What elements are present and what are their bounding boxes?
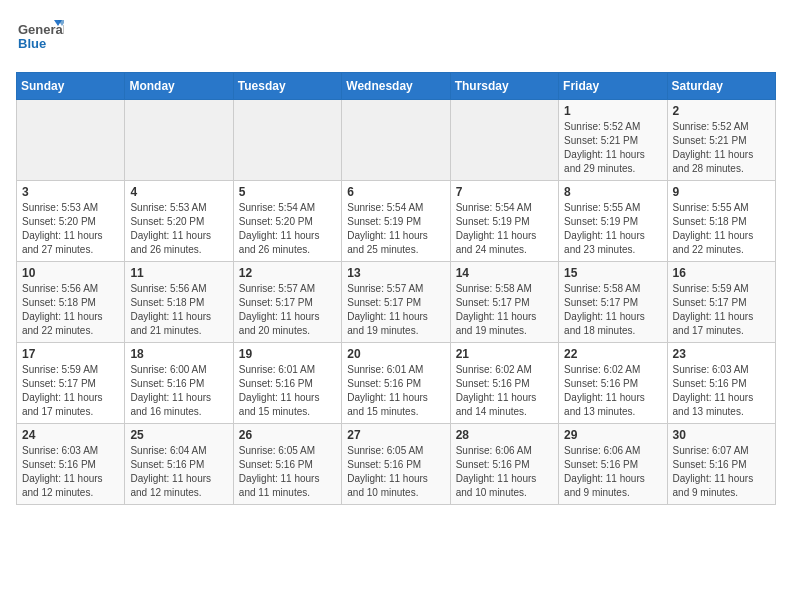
logo: General Blue	[16, 16, 64, 60]
day-number: 11	[130, 266, 227, 280]
day-info: Sunrise: 5:54 AM Sunset: 5:19 PM Dayligh…	[347, 201, 444, 257]
day-number: 30	[673, 428, 770, 442]
calendar-header: SundayMondayTuesdayWednesdayThursdayFrid…	[17, 73, 776, 100]
day-cell: 24Sunrise: 6:03 AM Sunset: 5:16 PM Dayli…	[17, 424, 125, 505]
day-info: Sunrise: 5:58 AM Sunset: 5:17 PM Dayligh…	[456, 282, 553, 338]
svg-text:Blue: Blue	[18, 36, 46, 51]
header-cell-monday: Monday	[125, 73, 233, 100]
day-number: 7	[456, 185, 553, 199]
day-cell: 11Sunrise: 5:56 AM Sunset: 5:18 PM Dayli…	[125, 262, 233, 343]
day-cell: 26Sunrise: 6:05 AM Sunset: 5:16 PM Dayli…	[233, 424, 341, 505]
day-info: Sunrise: 6:01 AM Sunset: 5:16 PM Dayligh…	[239, 363, 336, 419]
day-number: 4	[130, 185, 227, 199]
page-header: General Blue	[16, 16, 776, 60]
day-number: 17	[22, 347, 119, 361]
day-info: Sunrise: 6:02 AM Sunset: 5:16 PM Dayligh…	[564, 363, 661, 419]
day-cell: 2Sunrise: 5:52 AM Sunset: 5:21 PM Daylig…	[667, 100, 775, 181]
header-cell-sunday: Sunday	[17, 73, 125, 100]
day-cell: 22Sunrise: 6:02 AM Sunset: 5:16 PM Dayli…	[559, 343, 667, 424]
week-row-2: 3Sunrise: 5:53 AM Sunset: 5:20 PM Daylig…	[17, 181, 776, 262]
day-number: 9	[673, 185, 770, 199]
day-info: Sunrise: 5:53 AM Sunset: 5:20 PM Dayligh…	[22, 201, 119, 257]
day-cell: 7Sunrise: 5:54 AM Sunset: 5:19 PM Daylig…	[450, 181, 558, 262]
day-info: Sunrise: 5:59 AM Sunset: 5:17 PM Dayligh…	[673, 282, 770, 338]
day-info: Sunrise: 5:52 AM Sunset: 5:21 PM Dayligh…	[673, 120, 770, 176]
day-number: 15	[564, 266, 661, 280]
day-number: 5	[239, 185, 336, 199]
day-number: 10	[22, 266, 119, 280]
day-cell: 17Sunrise: 5:59 AM Sunset: 5:17 PM Dayli…	[17, 343, 125, 424]
week-row-5: 24Sunrise: 6:03 AM Sunset: 5:16 PM Dayli…	[17, 424, 776, 505]
day-number: 20	[347, 347, 444, 361]
day-number: 27	[347, 428, 444, 442]
week-row-3: 10Sunrise: 5:56 AM Sunset: 5:18 PM Dayli…	[17, 262, 776, 343]
day-number: 13	[347, 266, 444, 280]
day-info: Sunrise: 6:03 AM Sunset: 5:16 PM Dayligh…	[673, 363, 770, 419]
day-info: Sunrise: 5:57 AM Sunset: 5:17 PM Dayligh…	[347, 282, 444, 338]
day-number: 2	[673, 104, 770, 118]
day-info: Sunrise: 5:55 AM Sunset: 5:19 PM Dayligh…	[564, 201, 661, 257]
day-number: 22	[564, 347, 661, 361]
header-cell-friday: Friday	[559, 73, 667, 100]
day-info: Sunrise: 6:07 AM Sunset: 5:16 PM Dayligh…	[673, 444, 770, 500]
day-info: Sunrise: 5:55 AM Sunset: 5:18 PM Dayligh…	[673, 201, 770, 257]
calendar-table: SundayMondayTuesdayWednesdayThursdayFrid…	[16, 72, 776, 505]
day-number: 1	[564, 104, 661, 118]
day-cell: 30Sunrise: 6:07 AM Sunset: 5:16 PM Dayli…	[667, 424, 775, 505]
day-cell	[233, 100, 341, 181]
day-number: 23	[673, 347, 770, 361]
day-number: 14	[456, 266, 553, 280]
day-info: Sunrise: 6:04 AM Sunset: 5:16 PM Dayligh…	[130, 444, 227, 500]
day-cell	[125, 100, 233, 181]
day-number: 12	[239, 266, 336, 280]
header-cell-thursday: Thursday	[450, 73, 558, 100]
day-cell: 15Sunrise: 5:58 AM Sunset: 5:17 PM Dayli…	[559, 262, 667, 343]
day-cell: 14Sunrise: 5:58 AM Sunset: 5:17 PM Dayli…	[450, 262, 558, 343]
day-number: 29	[564, 428, 661, 442]
day-cell: 4Sunrise: 5:53 AM Sunset: 5:20 PM Daylig…	[125, 181, 233, 262]
day-cell: 16Sunrise: 5:59 AM Sunset: 5:17 PM Dayli…	[667, 262, 775, 343]
day-info: Sunrise: 6:02 AM Sunset: 5:16 PM Dayligh…	[456, 363, 553, 419]
day-number: 25	[130, 428, 227, 442]
day-cell: 13Sunrise: 5:57 AM Sunset: 5:17 PM Dayli…	[342, 262, 450, 343]
day-info: Sunrise: 5:52 AM Sunset: 5:21 PM Dayligh…	[564, 120, 661, 176]
day-info: Sunrise: 5:53 AM Sunset: 5:20 PM Dayligh…	[130, 201, 227, 257]
day-cell: 9Sunrise: 5:55 AM Sunset: 5:18 PM Daylig…	[667, 181, 775, 262]
day-cell: 23Sunrise: 6:03 AM Sunset: 5:16 PM Dayli…	[667, 343, 775, 424]
day-number: 8	[564, 185, 661, 199]
day-number: 18	[130, 347, 227, 361]
day-cell: 6Sunrise: 5:54 AM Sunset: 5:19 PM Daylig…	[342, 181, 450, 262]
day-cell: 3Sunrise: 5:53 AM Sunset: 5:20 PM Daylig…	[17, 181, 125, 262]
day-info: Sunrise: 6:01 AM Sunset: 5:16 PM Dayligh…	[347, 363, 444, 419]
day-info: Sunrise: 6:03 AM Sunset: 5:16 PM Dayligh…	[22, 444, 119, 500]
day-info: Sunrise: 6:06 AM Sunset: 5:16 PM Dayligh…	[456, 444, 553, 500]
day-cell: 1Sunrise: 5:52 AM Sunset: 5:21 PM Daylig…	[559, 100, 667, 181]
day-cell	[450, 100, 558, 181]
day-info: Sunrise: 6:00 AM Sunset: 5:16 PM Dayligh…	[130, 363, 227, 419]
calendar-body: 1Sunrise: 5:52 AM Sunset: 5:21 PM Daylig…	[17, 100, 776, 505]
day-cell: 25Sunrise: 6:04 AM Sunset: 5:16 PM Dayli…	[125, 424, 233, 505]
day-info: Sunrise: 5:59 AM Sunset: 5:17 PM Dayligh…	[22, 363, 119, 419]
header-cell-wednesday: Wednesday	[342, 73, 450, 100]
day-info: Sunrise: 5:54 AM Sunset: 5:20 PM Dayligh…	[239, 201, 336, 257]
day-cell: 18Sunrise: 6:00 AM Sunset: 5:16 PM Dayli…	[125, 343, 233, 424]
day-info: Sunrise: 5:57 AM Sunset: 5:17 PM Dayligh…	[239, 282, 336, 338]
day-cell: 5Sunrise: 5:54 AM Sunset: 5:20 PM Daylig…	[233, 181, 341, 262]
header-cell-saturday: Saturday	[667, 73, 775, 100]
day-info: Sunrise: 6:05 AM Sunset: 5:16 PM Dayligh…	[347, 444, 444, 500]
logo-svg: General Blue	[16, 16, 64, 60]
day-number: 21	[456, 347, 553, 361]
day-number: 3	[22, 185, 119, 199]
day-info: Sunrise: 5:58 AM Sunset: 5:17 PM Dayligh…	[564, 282, 661, 338]
day-number: 16	[673, 266, 770, 280]
header-cell-tuesday: Tuesday	[233, 73, 341, 100]
day-info: Sunrise: 5:56 AM Sunset: 5:18 PM Dayligh…	[130, 282, 227, 338]
day-number: 28	[456, 428, 553, 442]
day-info: Sunrise: 5:56 AM Sunset: 5:18 PM Dayligh…	[22, 282, 119, 338]
day-cell: 19Sunrise: 6:01 AM Sunset: 5:16 PM Dayli…	[233, 343, 341, 424]
header-row: SundayMondayTuesdayWednesdayThursdayFrid…	[17, 73, 776, 100]
week-row-4: 17Sunrise: 5:59 AM Sunset: 5:17 PM Dayli…	[17, 343, 776, 424]
day-cell	[17, 100, 125, 181]
day-info: Sunrise: 6:06 AM Sunset: 5:16 PM Dayligh…	[564, 444, 661, 500]
day-number: 6	[347, 185, 444, 199]
